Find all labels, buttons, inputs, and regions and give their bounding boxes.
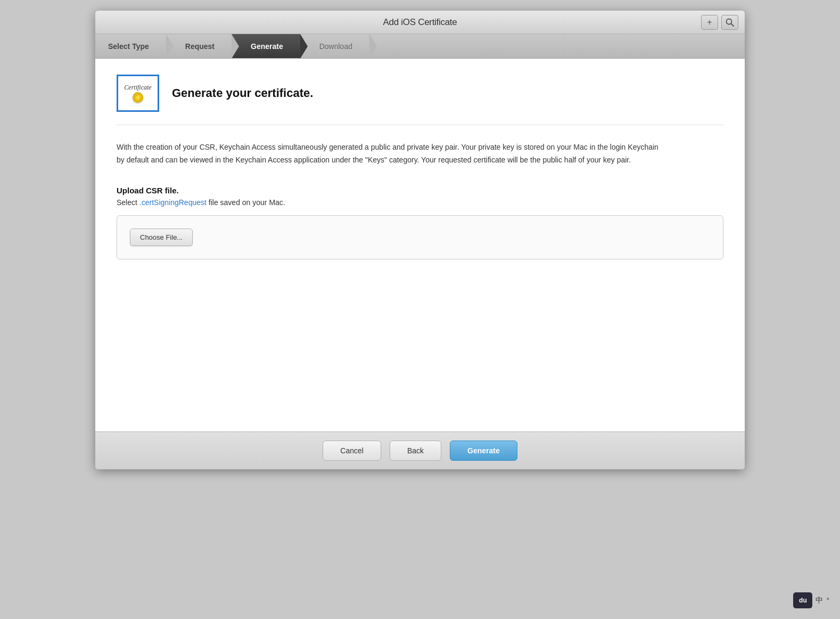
back-button[interactable]: Back	[390, 441, 441, 461]
title-bar: Add iOS Certificate +	[95, 11, 745, 34]
step-select-type[interactable]: Select Type	[95, 34, 166, 58]
cert-icon-text: Certificate	[124, 84, 151, 91]
system-degree: °	[826, 596, 829, 605]
svg-line-1	[731, 23, 734, 26]
generate-button[interactable]: Generate	[450, 441, 517, 461]
title-bar-actions: +	[701, 15, 738, 30]
bottom-bar: Cancel Back Generate	[95, 431, 745, 469]
cancel-button[interactable]: Cancel	[323, 441, 381, 461]
cert-seal: ⭐	[133, 92, 143, 103]
step-request[interactable]: Request	[166, 34, 232, 58]
add-button[interactable]: +	[701, 15, 718, 30]
step-generate[interactable]: Generate	[232, 34, 300, 58]
page-heading: Generate your certificate.	[172, 86, 313, 100]
upload-section: Upload CSR file. Select .certSigningRequ…	[117, 186, 723, 259]
description-text: With the creation of your CSR, Keychain …	[117, 141, 660, 167]
page-header: Certificate ⭐ Generate your certificate.	[117, 75, 723, 112]
upload-subtitle-before: Select	[117, 198, 139, 207]
upload-title: Upload CSR file.	[117, 186, 723, 195]
system-lang: 中	[816, 596, 823, 605]
divider	[117, 125, 723, 125]
system-bar: du 中 °	[793, 592, 829, 608]
upload-subtitle: Select .certSigningRequest file saved on…	[117, 198, 723, 207]
content-area: Certificate ⭐ Generate your certificate.…	[95, 59, 745, 431]
upload-subtitle-link: .certSigningRequest	[139, 198, 207, 207]
window-title: Add iOS Certificate	[383, 17, 457, 28]
step-download[interactable]: Download	[300, 34, 369, 58]
file-upload-box: Choose File...	[117, 215, 723, 259]
certificate-icon: Certificate ⭐	[117, 75, 159, 112]
search-icon	[726, 18, 734, 27]
choose-file-button[interactable]: Choose File...	[130, 229, 193, 246]
system-app-icon: du	[793, 592, 812, 608]
search-button[interactable]	[721, 15, 738, 30]
main-window: Add iOS Certificate + Select Type Reques…	[95, 11, 745, 469]
steps-bar: Select Type Request Generate Download	[95, 34, 745, 59]
upload-subtitle-after: file saved on your Mac.	[207, 198, 285, 207]
